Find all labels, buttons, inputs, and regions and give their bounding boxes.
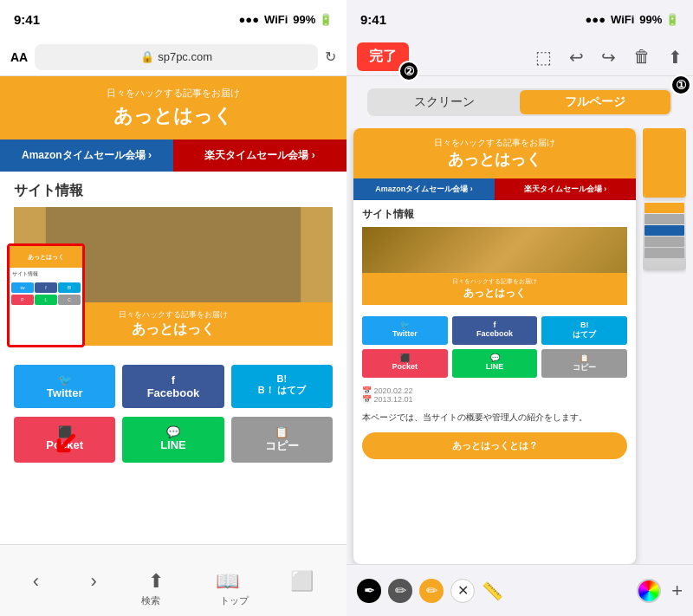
- book-icon: 📖: [216, 570, 239, 593]
- circle-2: ②: [398, 61, 419, 81]
- tabs-btn[interactable]: ⬜: [290, 570, 314, 593]
- facebook-share-btn[interactable]: f Facebook: [122, 365, 223, 408]
- left-status-icons: ●●● WiFi 99% 🔋: [238, 13, 333, 26]
- t-row-5: [644, 248, 684, 258]
- share-buttons-row1: 🐦 Twitter f Facebook B! B！ はてブ あっとはっく サイ…: [0, 356, 346, 417]
- right-signal: ●●●: [585, 13, 606, 26]
- hatena-share-btn[interactable]: B! B！ はてブ: [231, 365, 333, 408]
- ms-header-title: あっとはっく: [364, 149, 625, 170]
- done-btn-wrapper: 完了 ②: [357, 42, 409, 71]
- ms-image: 日々をハックする記事をお届け あっとはっく: [362, 227, 627, 305]
- bookmarks-btn[interactable]: 📖: [216, 570, 239, 593]
- left-battery: 99% 🔋: [293, 13, 333, 26]
- forward-btn[interactable]: ›: [91, 570, 97, 593]
- undo-icon[interactable]: ↩: [569, 47, 584, 68]
- thumb-orange-bg: [644, 130, 684, 196]
- ruler-tool[interactable]: 📏: [482, 580, 503, 601]
- line-btn[interactable]: 💬 LINE: [122, 417, 223, 463]
- ms-tw-label: Twitter: [364, 329, 446, 338]
- ms-image-overlay: 日々をハックする記事をお届け あっとはっく: [362, 273, 627, 305]
- segment-control-wrapper: スクリーン フルページ ①: [357, 81, 683, 123]
- mini-line: L: [35, 295, 57, 305]
- back-icon: ‹: [33, 570, 39, 593]
- ms-ln-label: LINE: [454, 362, 536, 371]
- back-btn[interactable]: ‹: [33, 570, 39, 593]
- right-panel: 9:41 ●●● WiFi 99% 🔋 完了 ② ⬚ ↩ ↪ 🗑 ⬆ スクリーン…: [346, 0, 693, 616]
- ms-cp-label: コピー: [543, 362, 625, 373]
- url-text: sp7pc.com: [158, 50, 212, 63]
- trash-icon[interactable]: 🗑: [633, 47, 651, 67]
- circle-1: ①: [670, 75, 691, 95]
- aa-button[interactable]: AA: [10, 50, 28, 64]
- ms-amazon-btn[interactable]: Amazonタイムセール会場 ›: [353, 178, 495, 200]
- pen-tool-3[interactable]: ✏: [419, 579, 444, 603]
- seg-fullpage[interactable]: フルページ: [520, 90, 670, 114]
- mini-title: あっとはっく: [28, 253, 64, 262]
- ms-hb-label: はてブ: [543, 329, 625, 340]
- search-label: 検索: [141, 594, 160, 607]
- ms-copy-btn[interactable]: 📋 コピー: [541, 349, 627, 378]
- ms-header-sub: 日々をハックする記事をお届け: [364, 137, 625, 149]
- t-row-2: [644, 214, 684, 224]
- copy-btn[interactable]: 📋 コピー: [231, 417, 333, 463]
- header-subtitle: 日々をハックする記事をお届け: [14, 87, 333, 100]
- ms-share-row2: ⬛ Pocket 💬 LINE 📋 コピー: [353, 349, 636, 382]
- rakuten-btn[interactable]: 楽天タイムセール会場 ›: [173, 139, 346, 172]
- thumb-1[interactable]: [643, 128, 686, 198]
- ms-ln-icon: 💬: [454, 353, 536, 362]
- reload-button[interactable]: ↻: [325, 49, 336, 65]
- left-webpage: 日々をハックする記事をお届け あっとはっく Amazonタイムセール会場 › 楽…: [0, 76, 346, 544]
- tabs-icon: ⬜: [290, 570, 314, 593]
- ms-pk-label: Pocket: [364, 362, 446, 371]
- twitter-share-btn[interactable]: 🐦 Twitter: [14, 365, 115, 408]
- t-row-4: [644, 237, 684, 247]
- ms-pk-icon: ⬛: [364, 353, 446, 362]
- ms-img-sub: 日々をハックする記事をお届け: [366, 277, 623, 286]
- ms-rakuten-btn[interactable]: 楽天タイムセール会場 ›: [495, 178, 636, 200]
- main-screenshot[interactable]: 日々をハックする記事をお届け あっとはっく Amazonタイムセール会場 › 楽…: [353, 128, 636, 564]
- right-time: 9:41: [360, 12, 386, 27]
- ms-pocket-btn[interactable]: ⬛ Pocket: [362, 349, 448, 378]
- site-info-title: サイト情報: [14, 182, 333, 200]
- mini-tw: tw: [11, 282, 34, 293]
- header-title: あっとはっく: [14, 103, 333, 129]
- url-box[interactable]: 🔒 sp7pc.com: [35, 44, 318, 70]
- ms-line-btn[interactable]: 💬 LINE: [452, 349, 538, 378]
- ms-share-row1: 🐦 Twitter f Facebook B! はてブ: [353, 312, 636, 349]
- ms-description: 本ページでは、当サイトの概要や管理人の紹介をします。: [353, 408, 636, 427]
- pen-tool-2[interactable]: ✏: [388, 579, 412, 603]
- left-wifi-icon: WiFi: [264, 13, 288, 26]
- eraser-tool[interactable]: ✕: [450, 579, 475, 603]
- add-tool-btn[interactable]: +: [671, 580, 683, 602]
- ms-facebook-btn[interactable]: f Facebook: [452, 316, 538, 345]
- crop-icon[interactable]: ⬚: [535, 47, 552, 68]
- ms-more-btn[interactable]: あっとはっくとは？: [362, 432, 627, 459]
- ms-hb-icon: B!: [543, 321, 625, 329]
- ms-hatena-btn[interactable]: B! はてブ: [541, 316, 627, 345]
- drawing-toolbar: ✒ ✏ ✏ ✕ 📏 +: [346, 564, 693, 616]
- bottom-labels: 検索 トップ: [0, 593, 346, 607]
- ms-twitter-btn[interactable]: 🐦 Twitter: [362, 316, 448, 345]
- left-signal-icon: ●●●: [238, 13, 259, 26]
- right-battery: 99% 🔋: [639, 13, 679, 26]
- redo-icon[interactable]: ↪: [601, 47, 616, 68]
- share-toolbar-icon[interactable]: ⬆: [668, 47, 683, 68]
- seg-screen[interactable]: スクリーン: [369, 90, 520, 114]
- bottom-toolbar-row: ‹ › ⬆ 📖 ⬜: [0, 570, 346, 593]
- segment-control: スクリーン フルページ: [367, 88, 672, 116]
- right-wifi: WiFi: [611, 13, 634, 26]
- pen2-icon: ✏: [395, 582, 406, 599]
- color-wheel[interactable]: [637, 579, 661, 603]
- ms-cp-icon: 📋: [543, 353, 625, 362]
- pen1-icon: ✒: [364, 582, 375, 599]
- left-status-bar: 9:41 ●●● WiFi 99% 🔋: [0, 0, 346, 38]
- mini-pocket: P: [11, 295, 34, 305]
- share-icon: ⬆: [148, 570, 164, 593]
- ms-dates: 📅 2020.02.22 📅 2013.12.01: [353, 382, 636, 408]
- share-btn[interactable]: ⬆: [148, 570, 164, 593]
- mini-copy: C: [58, 295, 81, 305]
- ms-fb-label: Facebook: [454, 329, 536, 338]
- thumb-2[interactable]: [643, 201, 686, 270]
- pen-tool-1[interactable]: ✒: [357, 579, 381, 603]
- amazon-btn[interactable]: Amazonタイムセール会場 ›: [0, 139, 173, 172]
